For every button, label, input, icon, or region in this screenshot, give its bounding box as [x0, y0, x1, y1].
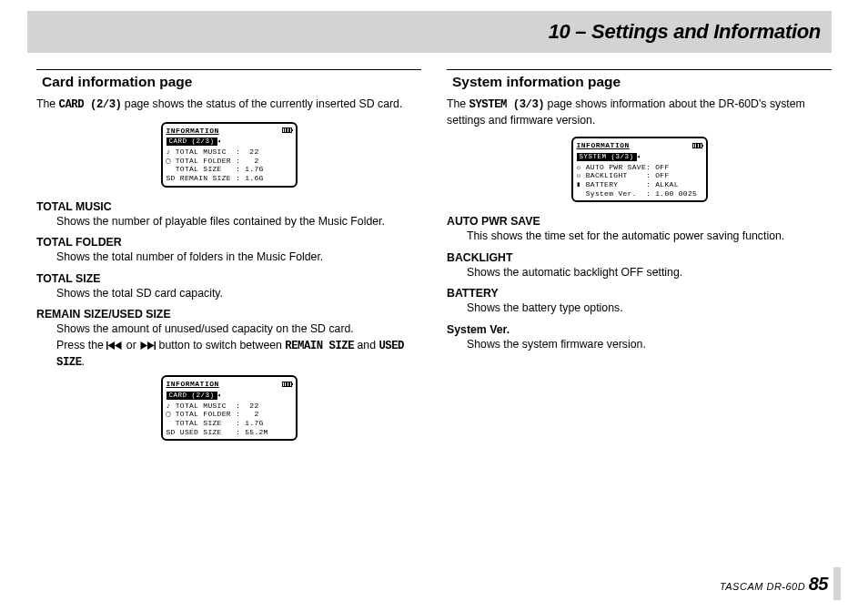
- desc-auto-pwr-save: This shows the time set for the automati…: [447, 229, 832, 244]
- footer-accent: [833, 567, 841, 600]
- lcd-line: System Ver. : 1.00 0025: [577, 189, 702, 199]
- lcd-line: ♪ TOTAL MUSIC : 22: [167, 148, 292, 157]
- lcd-screenshot-card-remain: INFORMATION CARD (2/3)◂ ♪ TOTAL MUSIC : …: [36, 122, 421, 188]
- term-total-music: TOTAL MUSIC: [36, 200, 421, 213]
- desc-system-ver: Shows the system firmware version.: [447, 337, 832, 352]
- battery-icon: [282, 382, 292, 387]
- desc-total-folder: Shows the total number of folders in the…: [36, 249, 421, 265]
- lcd-line: ▢ TOTAL FOLDER : 2: [167, 410, 292, 419]
- term-backlight: BACKLIGHT: [447, 251, 832, 264]
- text: button to switch between: [156, 339, 285, 351]
- desc-remain-used-1: Shows the amount of unused/used capacity…: [36, 321, 421, 337]
- chapter-header: 10 – Settings and Information: [27, 11, 832, 53]
- fast-forward-icon: [139, 341, 156, 350]
- lcd-line: ▮ BATTERY : ALKAL: [577, 180, 702, 189]
- term-remain-used: REMAIN SIZE/USED SIZE: [36, 308, 421, 321]
- lcd-line: ▢ TOTAL FOLDER : 2: [167, 157, 292, 166]
- desc-backlight: Shows the automatic backlight OFF settin…: [447, 265, 832, 280]
- lcd-screenshot-system: INFORMATION SYSTEM (3/3)◂ ☼ AUTO PWR SAV…: [447, 137, 832, 202]
- code-remain-size: REMAIN SIZE: [285, 340, 354, 352]
- card-intro: The CARD (2/3) page shows the status of …: [36, 97, 421, 113]
- lcd-line: SD USED SIZE : 55.2M: [167, 428, 292, 437]
- chapter-title: 10 – Settings and Information: [549, 20, 821, 44]
- system-intro: The SYSTEM (3/3) page shows information …: [447, 97, 832, 127]
- lcd-line: SD REMAIN SIZE : 1.6G: [167, 174, 292, 183]
- lcd-subtitle: SYSTEM (3/3): [577, 153, 637, 161]
- text: The: [447, 97, 469, 110]
- footer-brand: TASCAM DR-60D: [720, 581, 809, 592]
- code-system-page: SYSTEM (3/3): [469, 98, 545, 111]
- lcd-frame: INFORMATION SYSTEM (3/3)◂ ☼ AUTO PWR SAV…: [571, 137, 708, 202]
- arrow-icon: ◂: [217, 137, 221, 145]
- page-content: Card information page The CARD (2/3) pag…: [0, 53, 868, 453]
- term-system-ver: System Ver.: [447, 323, 832, 336]
- left-column: Card information page The CARD (2/3) pag…: [36, 69, 421, 453]
- svg-marker-4: [147, 341, 155, 350]
- lcd-line: ☼ AUTO PWR SAVE: OFF: [577, 163, 702, 172]
- lcd-title: INFORMATION: [577, 141, 630, 150]
- lcd-line: TOTAL SIZE : 1.7G: [167, 419, 292, 428]
- svg-marker-3: [141, 341, 148, 350]
- code-card-page: CARD (2/3): [59, 98, 122, 111]
- lcd-subtitle: CARD (2/3): [167, 137, 217, 146]
- section-title-system: System information page: [447, 69, 832, 94]
- svg-marker-1: [108, 341, 116, 350]
- text: Press the: [56, 339, 106, 351]
- svg-marker-2: [115, 341, 122, 350]
- term-auto-pwr-save: AUTO PWR SAVE: [447, 215, 832, 228]
- rewind-icon: [106, 341, 123, 350]
- page-number: 85: [809, 574, 828, 594]
- text: or: [123, 339, 139, 351]
- lcd-line: ☼ BACKLIGHT : OFF: [577, 171, 702, 180]
- lcd-screenshot-card-used: INFORMATION CARD (2/3)◂ ♪ TOTAL MUSIC : …: [36, 375, 421, 441]
- desc-battery: Shows the battery type options.: [447, 300, 832, 316]
- term-total-size: TOTAL SIZE: [36, 272, 421, 285]
- desc-total-size: Shows the total SD card capacity.: [36, 286, 421, 301]
- section-title-card: Card information page: [36, 69, 421, 94]
- lcd-frame: INFORMATION CARD (2/3)◂ ♪ TOTAL MUSIC : …: [161, 122, 298, 188]
- text: and: [354, 339, 378, 351]
- desc-total-music: Shows the number of playable files conta…: [36, 214, 421, 229]
- arrow-icon: ◂: [217, 392, 221, 399]
- lcd-line: TOTAL SIZE : 1.7G: [167, 165, 292, 174]
- lcd-title: INFORMATION: [167, 380, 219, 389]
- desc-remain-used-2: Press the or button to switch between RE…: [36, 338, 421, 370]
- page-footer: TASCAM DR-60D 85: [720, 574, 828, 595]
- lcd-title: INFORMATION: [167, 127, 219, 136]
- lcd-subtitle: CARD (2/3): [167, 392, 217, 400]
- arrow-icon: ◂: [637, 153, 641, 160]
- text: .: [82, 355, 85, 368]
- battery-icon: [282, 127, 292, 133]
- term-total-folder: TOTAL FOLDER: [36, 236, 421, 249]
- text: The: [36, 97, 59, 110]
- text: page shows the status of the currently i…: [121, 97, 402, 110]
- battery-icon: [692, 143, 702, 148]
- term-battery: BATTERY: [447, 287, 832, 300]
- right-column: System information page The SYSTEM (3/3)…: [447, 69, 832, 453]
- lcd-line: ♪ TOTAL MUSIC : 22: [167, 402, 292, 411]
- lcd-frame: INFORMATION CARD (2/3)◂ ♪ TOTAL MUSIC : …: [161, 375, 298, 441]
- svg-rect-0: [106, 341, 108, 350]
